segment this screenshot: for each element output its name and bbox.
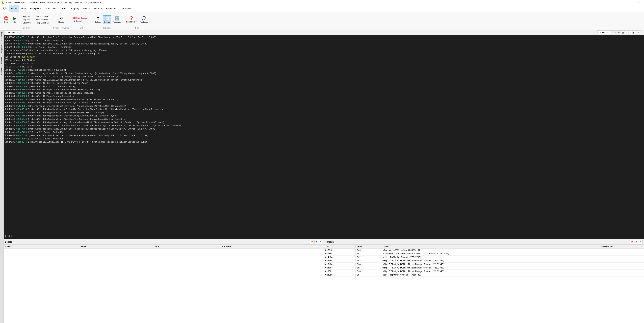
app-icon: 🐛: [1, 1, 5, 4]
table-row[interactable]: 0x70c8 0x3 w3tp!THREAD_MANAGER::ThreadMa…: [324, 259, 644, 262]
link-63d6850f[interactable]: 63d6850f: [16, 102, 27, 104]
menu-source[interactable]: Source: [81, 5, 92, 12]
menu-breakpoints[interactable]: Breakpoints: [28, 5, 43, 12]
step-out-back-button[interactable]: ↗ Step Out Back: [33, 15, 50, 18]
detach-button[interactable]: 🔌 Detach: [72, 20, 90, 23]
link-63d98346[interactable]: 63d98346: [16, 141, 27, 143]
feedback-icon: 💬: [142, 16, 146, 21]
menu-command[interactable]: Command: [118, 5, 132, 12]
page-nav-close[interactable]: ✕: [637, 31, 640, 34]
menu-view[interactable]: View: [19, 5, 28, 12]
page-nav-next-next[interactable]: ▶▶: [633, 31, 636, 34]
table-row[interactable]: 0x4858 0x7 ntdll!TppWorkerThread (776a97…: [324, 273, 644, 277]
link-63d47430a[interactable]: 63d47430: [16, 40, 27, 42]
threads-table: TID Index Thread Description 0x73f0 0x0 …: [324, 245, 644, 277]
memory0-tab[interactable]: Memory 0: [0, 65, 4, 76]
menu-home[interactable]: Home: [9, 5, 19, 12]
threads-popout-button[interactable]: ⧉: [634, 240, 638, 244]
menu-model[interactable]: Model: [58, 5, 68, 12]
disassembly-tab[interactable]: Disassembly: [0, 30, 4, 44]
link-064fde66a[interactable]: 064fde66: [16, 46, 27, 48]
locals-close-button[interactable]: ✕: [319, 240, 322, 244]
link-05fea934[interactable]: 05fea934: [16, 75, 27, 78]
output-line: 5d6ded38 63d53c41 System.Web.HttpRuntime…: [4, 124, 643, 128]
link-63d53c41[interactable]: 63d53c41: [16, 124, 27, 127]
link-63d68539[interactable]: 63d68539: [16, 98, 27, 101]
threads-pin-button[interactable]: 📌: [630, 240, 634, 244]
registers-tab[interactable]: Registers: [0, 44, 4, 54]
link-05fe952e[interactable]: 05fe952e: [16, 105, 27, 108]
command-input[interactable]: [14, 235, 642, 237]
restart-button[interactable]: ↺ Restart: [57, 16, 66, 24]
link-63d55244[interactable]: 63d55244: [16, 118, 27, 120]
table-row[interactable]: 0x6a80 0x4 w3tp!THREAD_MANAGER::ThreadMa…: [324, 262, 644, 266]
close-button[interactable]: ✕: [635, 0, 643, 5]
memory1-tab[interactable]: Memory 1: [0, 54, 4, 65]
link-63d47912[interactable]: 63d47912: [16, 36, 27, 38]
step-into-back-button[interactable]: ↙ Step Into Back: [33, 18, 50, 21]
link-63d466ca[interactable]: 63d466ca: [16, 114, 27, 117]
assembly-button[interactable]: 🔡 Assembly: [112, 16, 122, 24]
menu-extensions[interactable]: Extensions: [104, 5, 118, 12]
locals-col-value: Value: [79, 245, 153, 248]
locals-popout-button[interactable]: ⧉: [314, 240, 318, 244]
command-tab-close[interactable]: ×: [16, 32, 18, 34]
link-63d47764[interactable]: 63d47764: [16, 128, 27, 130]
table-row[interactable]: 0x808 0x6 w3tp!THREAD_MANAGER::ThreadMan…: [324, 270, 644, 273]
page-nav-version[interactable]: [598, 31, 611, 34]
page-nav-next[interactable]: ▶: [629, 31, 632, 34]
page-nav-prev[interactable]: ◀: [625, 31, 628, 34]
threads-close-button[interactable]: ✕: [639, 240, 643, 244]
link-63d68656[interactable]: 63d68656: [16, 92, 27, 94]
table-row[interactable]: 0x135c 0x1 ntdrvd!NOTIFICATION_THREAD::N…: [324, 252, 644, 256]
link-63d6d614[interactable]: 63d6d614: [16, 108, 27, 110]
output-line: 5d6deba8 63d6d614 System.Web.HttpApplica…: [4, 108, 643, 111]
menu-scripting[interactable]: Scripting: [68, 5, 81, 12]
link-63d47430b[interactable]: 63d47430: [16, 42, 27, 45]
threads-tbody: 0x73f0 0x0 w3wp!wmainCRTStartup (00d63cc…: [324, 248, 644, 277]
feedback-button[interactable]: 💬 Feedback: [138, 16, 149, 24]
table-row[interactable]: 0x4d6c 0x5 w3tp!THREAD_MANAGER::ThreadMa…: [324, 266, 644, 270]
command-output[interactable]: 5d65f740 63d47912 System.Web.Hosting.Pip…: [4, 35, 644, 233]
output-line: 5d6de958 63d6b096 System.Web.UI.Page.Pro…: [4, 88, 643, 92]
stop-debugging-button[interactable]: 🟥 Stop Debugging: [72, 16, 90, 20]
break-button[interactable]: ⛔ Break: [2, 16, 10, 24]
go-button[interactable]: ▶ Go: [11, 16, 19, 24]
command-tab[interactable]: Command ×: [4, 30, 20, 35]
restore-button[interactable]: □: [627, 0, 634, 5]
table-row[interactable]: 0x73f0 0x0 w3wp!wmainCRTStartup (00d63cc…: [324, 248, 644, 252]
minimize-button[interactable]: –: [619, 0, 626, 5]
link-776d1a5c[interactable]: 776d1a5c: [16, 69, 27, 71]
thread-tid: 0x4d6c: [324, 266, 356, 270]
locals-pin-button[interactable]: 📌: [310, 240, 314, 244]
step-into-button[interactable]: ↘ Step Into: [20, 18, 32, 21]
link-65f60bdc[interactable]: 65f60bdc: [16, 72, 27, 75]
link-064fde66b[interactable]: 064fde66: [16, 138, 27, 140]
menu-time-travel[interactable]: Time Travel: [43, 5, 58, 12]
page-nav-prev-prev[interactable]: ◀◀: [621, 31, 624, 34]
link-63d61cc2[interactable]: 63d61cc2: [16, 82, 27, 84]
output-line: 5d6de940 63d62dae System.Web.UI.Control.…: [4, 85, 643, 88]
link-63d46673[interactable]: 63d46673: [16, 112, 27, 114]
step-out-button[interactable]: ↖ Step Out: [20, 15, 32, 18]
step-over-button[interactable]: → Step Over: [20, 22, 32, 24]
menu-memory[interactable]: Memory: [92, 5, 104, 12]
link-63d47430d[interactable]: 63d47430: [16, 134, 27, 137]
link-63d6b096[interactable]: 63d6b096: [16, 88, 27, 91]
settings-button[interactable]: ⚙ Settings: [94, 16, 102, 24]
link-63d458a4[interactable]: 63d458a4: [16, 121, 27, 124]
menu-file[interactable]: 文件: [1, 5, 9, 12]
link-63d62dae[interactable]: 63d62dae: [16, 85, 27, 88]
local-help-button[interactable]: ❓ Local Help ▾: [125, 15, 138, 24]
link-63d6858d[interactable]: 63d6858d: [16, 95, 27, 98]
step-into-icon: ↘: [20, 18, 22, 21]
table-row[interactable]: 0x4c84 0x2 ntdll!TppWorkerThread (776a97…: [324, 256, 644, 259]
thread-tid: 0x70c8: [324, 259, 356, 262]
step-over-back-button[interactable]: ← Step Over Back: [33, 22, 50, 24]
source-button[interactable]: 📄 Source: [103, 16, 111, 24]
output-line: 5d6deb84 63d6850f System.Web.UI.Page.Pro…: [4, 101, 643, 104]
link-63d6d795[interactable]: 63d6d795: [16, 79, 27, 81]
step-out-back-icon: ↗: [34, 16, 36, 18]
ribbon-end-top: 🟥 Stop Debugging 🔌 Detach: [72, 13, 90, 26]
link-63d47430c[interactable]: 63d47430: [16, 131, 27, 134]
